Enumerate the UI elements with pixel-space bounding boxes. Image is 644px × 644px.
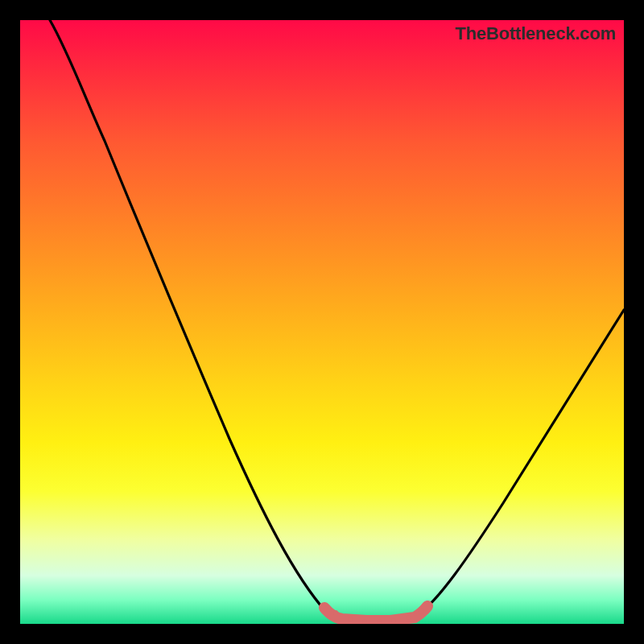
chart-frame: TheBottleneck.com: [0, 0, 644, 644]
svg-point-6: [419, 609, 423, 613]
curve-layer: [20, 20, 624, 624]
svg-point-5: [406, 615, 411, 620]
svg-point-2: [362, 619, 367, 624]
svg-point-4: [391, 618, 396, 623]
plot-area: TheBottleneck.com: [20, 20, 624, 624]
bottleneck-curve: [50, 20, 624, 619]
sweet-spot-band: [324, 606, 427, 621]
svg-point-3: [377, 619, 382, 624]
svg-point-1: [348, 617, 353, 621]
svg-point-0: [333, 610, 338, 615]
